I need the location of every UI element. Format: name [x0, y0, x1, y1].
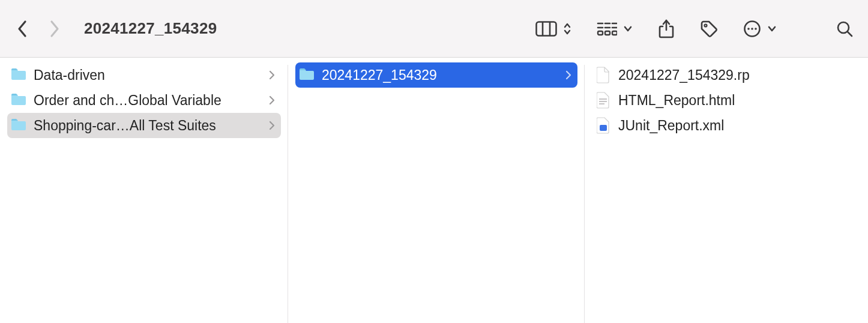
ellipsis-circle-icon	[743, 20, 761, 38]
chevron-down-icon	[767, 25, 777, 32]
columns-icon	[535, 21, 557, 37]
document-blank-icon	[595, 66, 611, 84]
file-item[interactable]: HTML_Report.html	[592, 88, 861, 113]
svg-point-16	[751, 28, 753, 30]
chevron-right-icon	[269, 92, 275, 109]
svg-line-19	[848, 32, 852, 36]
file-item[interactable]: JUnit_Report.xml	[592, 113, 861, 138]
file-item[interactable]: 20241227_154329.rp	[592, 62, 861, 88]
search-button[interactable]	[836, 20, 854, 38]
svg-point-15	[747, 28, 750, 30]
forward-button[interactable]	[46, 20, 62, 37]
svg-rect-10	[605, 31, 610, 35]
svg-rect-23	[600, 125, 607, 131]
document-html-icon	[595, 91, 611, 109]
item-label: HTML_Report.html	[618, 92, 855, 109]
share-icon	[658, 19, 675, 38]
column-2[interactable]: 20241227_154329.rp HTML_Report.html JUni…	[585, 58, 868, 323]
chevron-right-icon	[269, 118, 275, 134]
folder-item[interactable]: 20241227_154329	[295, 62, 577, 88]
column-1[interactable]: 20241227_154329	[288, 58, 585, 323]
chevron-down-icon	[623, 25, 633, 32]
updown-icon	[563, 22, 571, 35]
toolbar-actions	[535, 19, 854, 38]
more-button[interactable]	[743, 20, 777, 38]
folder-icon	[299, 67, 315, 83]
svg-point-13	[705, 24, 707, 26]
chevron-right-icon	[48, 20, 60, 38]
svg-rect-0	[537, 22, 556, 35]
search-icon	[836, 20, 854, 38]
folder-item[interactable]: Order and ch…Global Variable	[7, 88, 281, 113]
item-label: JUnit_Report.xml	[618, 118, 855, 134]
tag-icon	[700, 20, 718, 38]
nav-buttons	[14, 20, 62, 37]
svg-rect-11	[612, 31, 617, 35]
folder-icon	[11, 92, 26, 108]
tags-button[interactable]	[700, 20, 718, 38]
folder-icon	[11, 118, 26, 133]
share-button[interactable]	[658, 19, 675, 38]
group-button[interactable]	[597, 21, 633, 37]
window-title: 20241227_154329	[84, 19, 217, 38]
view-columns-button[interactable]	[535, 21, 571, 37]
folder-icon	[11, 67, 26, 83]
item-label: Order and ch…Global Variable	[34, 92, 262, 109]
group-icon	[597, 21, 617, 37]
chevron-right-icon	[565, 67, 571, 83]
item-label: Shopping-car…All Test Suites	[34, 118, 262, 134]
item-label: 20241227_154329	[322, 67, 558, 83]
item-label: Data-driven	[34, 67, 262, 83]
back-button[interactable]	[14, 20, 31, 37]
chevron-right-icon	[269, 67, 275, 83]
column-0[interactable]: Data-driven Order and ch…Global Variable…	[0, 58, 288, 323]
folder-item[interactable]: Data-driven	[7, 62, 281, 88]
chevron-left-icon	[17, 20, 29, 38]
item-label: 20241227_154329.rp	[618, 67, 855, 83]
svg-rect-9	[598, 31, 603, 35]
svg-point-17	[755, 28, 757, 30]
toolbar: 20241227_154329	[0, 0, 868, 58]
folder-item[interactable]: Shopping-car…All Test Suites	[7, 113, 281, 138]
column-view: Data-driven Order and ch…Global Variable…	[0, 58, 868, 323]
document-xml-icon	[595, 116, 611, 134]
